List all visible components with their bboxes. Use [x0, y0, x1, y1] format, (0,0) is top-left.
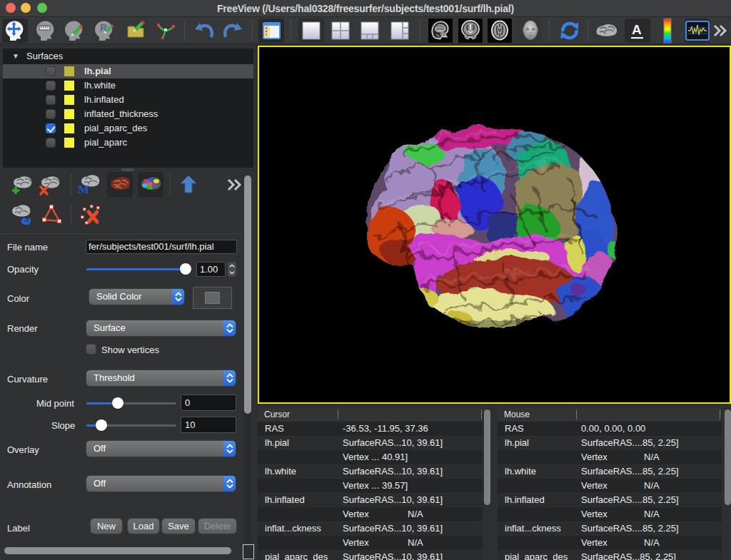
svg-text:M: M [78, 183, 89, 196]
svg-text:A: A [632, 22, 642, 37]
